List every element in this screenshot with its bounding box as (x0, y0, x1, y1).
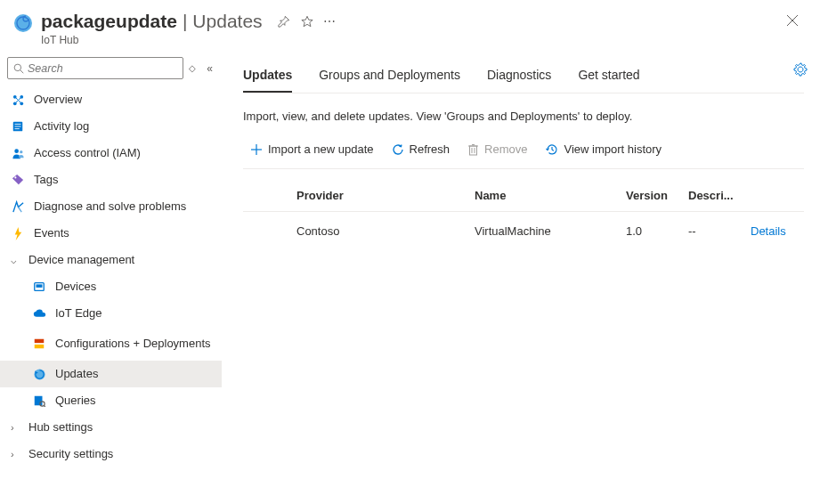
sidebar: ◇ « Overview Activity log Access control… (0, 53, 222, 504)
resource-name: packageupdate (41, 11, 177, 32)
close-button[interactable] (783, 11, 802, 30)
view-history-button[interactable]: View import history (545, 142, 662, 156)
events-icon (11, 226, 25, 240)
svg-line-32 (552, 150, 554, 150)
table-header-row: Provider Name Version Descri... (243, 182, 804, 212)
queries-icon (32, 394, 46, 408)
svg-rect-26 (470, 146, 477, 155)
svg-point-1 (14, 64, 21, 71)
cell-provider: Contoso (296, 224, 475, 238)
more-icon[interactable]: ⋯ (321, 12, 339, 30)
cell-description: -- (688, 224, 751, 238)
refresh-icon (392, 143, 404, 156)
col-header-name[interactable]: Name (475, 189, 626, 202)
svg-rect-19 (35, 345, 45, 348)
svg-point-14 (20, 150, 22, 152)
sidebar-item-events[interactable]: Events (0, 220, 222, 247)
title-separator: | (183, 11, 187, 32)
sidebar-item-iam[interactable]: Access control (IAM) (0, 140, 222, 167)
svg-rect-17 (37, 284, 43, 288)
sidebar-group-hub-settings[interactable]: › Hub settings (0, 414, 222, 441)
table-row[interactable]: Contoso VirtualMachine 1.0 -- Details (243, 212, 804, 250)
svg-point-13 (14, 149, 19, 153)
col-header-version[interactable]: Version (626, 189, 688, 202)
tab-diagnostics[interactable]: Diagnostics (487, 61, 551, 93)
svg-line-2 (20, 69, 23, 72)
refresh-button[interactable]: Refresh (392, 142, 451, 156)
iam-icon (11, 146, 25, 160)
page-header: packageupdate | Updates ⋯ IoT Hub (0, 0, 820, 53)
tab-get-started[interactable]: Get started (578, 61, 639, 93)
svg-point-15 (14, 176, 16, 178)
expand-menu-icon[interactable]: ◇ (189, 63, 196, 73)
sidebar-item-queries[interactable]: Queries (0, 387, 222, 414)
sidebar-item-devices[interactable]: Devices (0, 273, 222, 300)
iot-edge-icon (32, 306, 46, 321)
pin-icon[interactable] (275, 12, 293, 30)
cell-name: VirtualMachine (475, 224, 626, 238)
config-icon (32, 337, 46, 351)
col-header-provider[interactable]: Provider (296, 189, 475, 202)
collapse-sidebar-icon[interactable]: « (205, 61, 215, 77)
activity-log-icon (11, 119, 25, 134)
devices-icon (32, 280, 46, 294)
page-title: Updates (192, 11, 262, 32)
trash-icon (467, 143, 479, 156)
chevron-right-icon: › (11, 449, 23, 459)
main-content: Updates Groups and Deployments Diagnosti… (222, 53, 820, 504)
col-header-description[interactable]: Descri... (688, 189, 751, 202)
cell-version: 1.0 (626, 224, 688, 238)
updates-icon (32, 367, 46, 381)
settings-gear-icon[interactable] (793, 62, 808, 77)
overview-icon (11, 93, 25, 107)
tags-icon (11, 173, 25, 187)
remove-button: Remove (467, 142, 527, 156)
tab-updates[interactable]: Updates (243, 61, 292, 93)
page-description: Import, view, and delete updates. View '… (243, 110, 804, 123)
sidebar-item-updates[interactable]: Updates (0, 361, 222, 387)
sidebar-item-configurations[interactable]: Configurations + Deployments (0, 327, 222, 361)
sidebar-item-tags[interactable]: Tags (0, 167, 222, 193)
tab-groups-deployments[interactable]: Groups and Deployments (319, 61, 460, 93)
resource-icon (12, 12, 34, 34)
resource-type: IoT Hub (41, 34, 783, 46)
sidebar-group-security-settings[interactable]: › Security settings (0, 441, 222, 467)
favorite-icon[interactable] (298, 12, 316, 30)
import-update-button[interactable]: Import a new update (250, 142, 374, 156)
plus-icon (250, 143, 263, 156)
sidebar-group-device-management[interactable]: ⌵ Device management (0, 247, 222, 273)
tab-bar: Updates Groups and Deployments Diagnosti… (243, 61, 804, 93)
diagnose-icon (11, 199, 25, 214)
sidebar-item-overview[interactable]: Overview (0, 86, 222, 113)
svg-line-23 (44, 405, 45, 407)
chevron-down-icon: ⌵ (11, 255, 23, 266)
sidebar-item-iot-edge[interactable]: IoT Edge (0, 300, 222, 327)
search-icon (13, 63, 24, 74)
history-icon (545, 143, 558, 156)
chevron-right-icon: › (11, 422, 23, 433)
search-input[interactable] (28, 62, 177, 75)
svg-rect-18 (35, 339, 45, 343)
toolbar: Import a new update Refresh Remove View … (243, 142, 804, 169)
details-link[interactable]: Details (751, 224, 786, 238)
header-title-area: packageupdate | Updates ⋯ IoT Hub (41, 11, 783, 46)
sidebar-item-diagnose[interactable]: Diagnose and solve problems (0, 193, 222, 220)
svg-rect-21 (35, 396, 43, 406)
sidebar-item-activity-log[interactable]: Activity log (0, 113, 222, 140)
search-input-container[interactable] (7, 57, 183, 79)
updates-table: Provider Name Version Descri... Contoso … (243, 182, 804, 250)
